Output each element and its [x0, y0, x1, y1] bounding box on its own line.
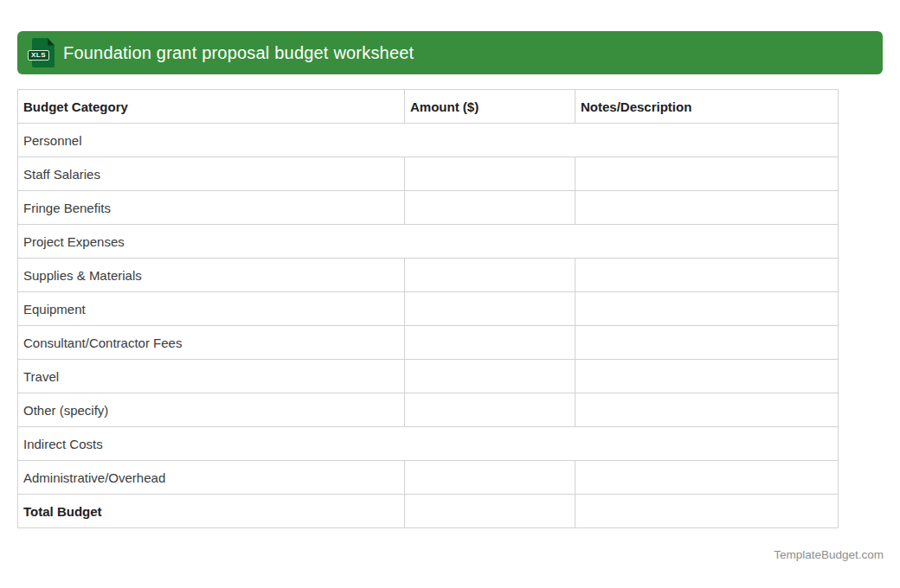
category-cell: Personnel	[18, 124, 839, 157]
column-header-budget-category: Budget Category	[18, 90, 405, 124]
title-bar: XLS Foundation grant proposal budget wor…	[17, 31, 883, 74]
category-cell: Fringe Benefits	[18, 191, 405, 225]
notes-cell	[575, 191, 839, 225]
xls-folded-corner	[48, 38, 55, 46]
amount-cell	[405, 157, 575, 191]
xls-file-icon: XLS	[29, 38, 55, 67]
brand-link[interactable]: TemplateBudget.com	[774, 548, 884, 561]
amount-cell	[405, 292, 575, 326]
category-cell: Indirect Costs	[18, 427, 839, 461]
table-row: Consultant/Contractor Fees	[18, 326, 839, 360]
category-cell: Administrative/Overhead	[18, 461, 405, 495]
section-row: Indirect Costs	[18, 427, 839, 461]
category-cell: Total Budget	[18, 495, 405, 528]
amount-cell	[405, 393, 575, 427]
category-cell: Staff Salaries	[18, 157, 405, 191]
amount-cell	[405, 461, 575, 495]
category-cell: Equipment	[18, 292, 405, 326]
notes-cell	[575, 393, 839, 427]
table-row: Equipment	[18, 292, 839, 326]
page: XLS Foundation grant proposal budget wor…	[0, 0, 900, 588]
budget-table: Budget Category Amount ($) Notes/Descrip…	[17, 89, 839, 528]
column-header-notes: Notes/Description	[575, 90, 839, 124]
notes-cell	[575, 360, 839, 393]
notes-cell	[575, 259, 839, 292]
total-row: Total Budget	[18, 495, 839, 528]
section-row: Personnel	[18, 124, 839, 157]
table-header-row: Budget Category Amount ($) Notes/Descrip…	[18, 90, 839, 124]
column-header-amount: Amount ($)	[405, 90, 575, 124]
notes-cell	[575, 461, 839, 495]
table-row: Other (specify)	[18, 393, 839, 427]
amount-cell	[405, 259, 575, 292]
notes-cell	[575, 292, 839, 326]
category-cell: Other (specify)	[18, 393, 405, 427]
amount-cell	[405, 495, 575, 528]
section-row: Project Expenses	[18, 225, 839, 259]
table-row: Administrative/Overhead	[18, 461, 839, 495]
amount-cell	[405, 360, 575, 393]
notes-cell	[575, 157, 839, 191]
table-row: Fringe Benefits	[18, 191, 839, 225]
amount-cell	[405, 191, 575, 225]
page-title: Foundation grant proposal budget workshe…	[63, 43, 414, 63]
table-row: Travel	[18, 360, 839, 393]
amount-cell	[405, 326, 575, 360]
category-cell: Travel	[18, 360, 405, 393]
category-cell: Consultant/Contractor Fees	[18, 326, 405, 360]
table-row: Supplies & Materials	[18, 259, 839, 292]
category-cell: Project Expenses	[18, 225, 839, 259]
xls-icon-label: XLS	[28, 50, 49, 61]
table-row: Staff Salaries	[18, 157, 839, 191]
notes-cell	[575, 495, 839, 528]
notes-cell	[575, 326, 839, 360]
category-cell: Supplies & Materials	[18, 259, 405, 292]
footer: TemplateBudget.com	[17, 546, 838, 562]
